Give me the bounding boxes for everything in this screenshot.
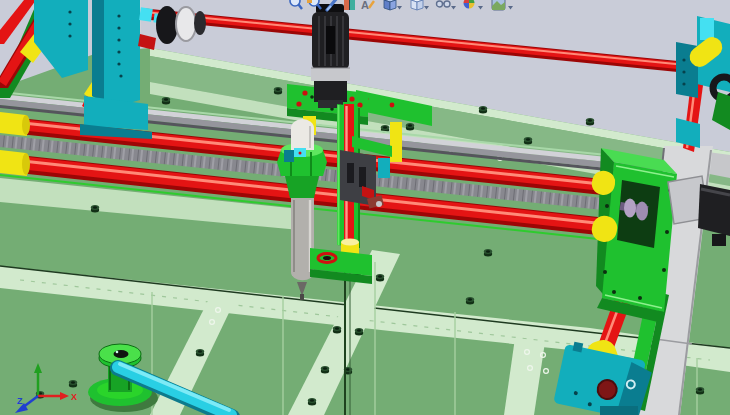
section-view-icon[interactable] xyxy=(344,0,355,10)
clamp-cyan xyxy=(139,7,153,22)
frl-hex-lower xyxy=(285,176,319,198)
svg-text:A: A xyxy=(361,0,369,11)
stepper-motor[interactable] xyxy=(311,4,350,108)
coupling-disc-1 xyxy=(624,199,636,218)
motor-lower-body xyxy=(314,81,347,102)
view-orientation-icon[interactable] xyxy=(384,0,396,10)
bracket-cyan-plate xyxy=(700,18,714,40)
coupling-disc-2 xyxy=(636,202,648,221)
head-nut xyxy=(376,201,382,207)
motor-label-recess xyxy=(326,26,335,54)
carriage-lower-teal xyxy=(600,406,638,415)
cad-viewport[interactable]: X Z A xyxy=(0,0,730,415)
triad-z-label: Z xyxy=(17,396,23,406)
frl-clamp-teal xyxy=(284,150,294,162)
head-teal-block xyxy=(378,158,390,178)
display-style-icon[interactable] xyxy=(411,0,423,10)
spool-center-hole xyxy=(114,350,129,358)
motor-silver-band xyxy=(311,68,350,81)
triad-x-label: X xyxy=(71,392,77,402)
apply-scene-icon[interactable] xyxy=(492,0,505,10)
model-view[interactable]: X Z A xyxy=(0,0,730,415)
